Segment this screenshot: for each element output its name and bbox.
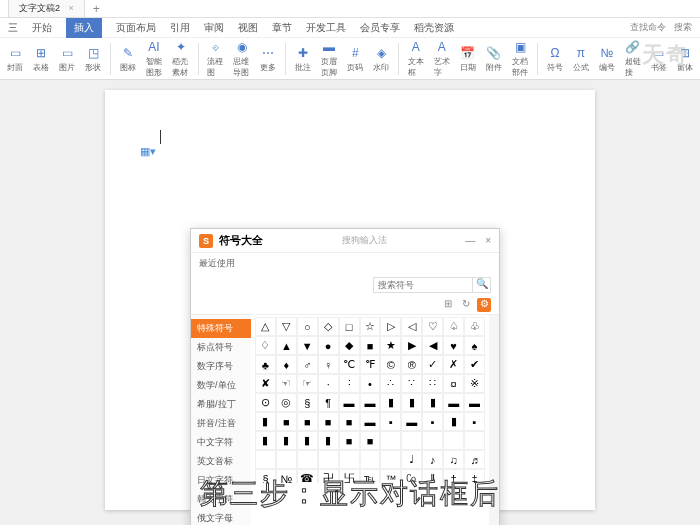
symbol-cell[interactable]: ▮ bbox=[401, 393, 422, 412]
symbol-cell[interactable]: ✔ bbox=[464, 355, 485, 374]
symbol-cell[interactable] bbox=[401, 431, 422, 450]
symbol-cell[interactable]: ● bbox=[318, 336, 339, 355]
menu-item[interactable]: 插入 bbox=[66, 18, 102, 38]
ribbon-item[interactable]: ⟐流程图 bbox=[204, 38, 226, 79]
symbol-cell[interactable] bbox=[360, 450, 381, 469]
category-item[interactable]: 特殊符号 bbox=[191, 319, 251, 338]
symbol-cell[interactable]: □ bbox=[339, 317, 360, 336]
symbol-cell[interactable]: ♦ bbox=[276, 355, 297, 374]
symbol-cell[interactable] bbox=[276, 450, 297, 469]
search-icon[interactable]: 🔍 bbox=[473, 277, 491, 293]
symbol-cell[interactable]: ∵ bbox=[401, 374, 422, 393]
symbol-cell[interactable]: ♂ bbox=[297, 355, 318, 374]
ribbon-item[interactable]: ◳形状 bbox=[82, 44, 104, 74]
symbol-cell[interactable]: ◆ bbox=[339, 336, 360, 355]
tab-add-icon[interactable]: + bbox=[93, 2, 100, 16]
symbol-cell[interactable]: ▮ bbox=[297, 431, 318, 450]
symbol-cell[interactable]: ♡ bbox=[422, 317, 443, 336]
symbol-cell[interactable]: ■ bbox=[360, 431, 381, 450]
symbol-cell[interactable]: ■ bbox=[276, 412, 297, 431]
symbol-cell[interactable]: ▽ bbox=[276, 317, 297, 336]
ribbon-item[interactable]: ◈水印 bbox=[370, 44, 392, 74]
symbol-cell[interactable]: ▪ bbox=[380, 412, 401, 431]
symbol-cell[interactable] bbox=[464, 431, 485, 450]
symbol-cell[interactable] bbox=[380, 450, 401, 469]
symbol-cell[interactable]: ▮ bbox=[276, 431, 297, 450]
symbol-cell[interactable]: ※ bbox=[464, 374, 485, 393]
symbol-cell[interactable]: ☞ bbox=[297, 374, 318, 393]
ribbon-item[interactable]: ▣文档部件 bbox=[509, 38, 532, 79]
ribbon-item[interactable]: 🔗超链接 bbox=[622, 38, 644, 79]
symbol-cell[interactable]: ■ bbox=[339, 431, 360, 450]
ribbon-item[interactable]: ✎图标 bbox=[117, 44, 139, 74]
ribbon-item[interactable]: №编号 bbox=[596, 44, 618, 74]
symbol-cell[interactable]: ☜ bbox=[276, 374, 297, 393]
symbol-cell[interactable]: ✘ bbox=[255, 374, 276, 393]
symbol-cell[interactable]: ♩ bbox=[401, 450, 422, 469]
symbol-cell[interactable]: ♬ bbox=[464, 450, 485, 469]
symbol-cell[interactable]: ▮ bbox=[255, 431, 276, 450]
ribbon-item[interactable]: 📎附件 bbox=[483, 44, 505, 74]
menu-item[interactable]: 页面布局 bbox=[116, 21, 156, 35]
symbol-cell[interactable]: ℉ bbox=[360, 355, 381, 374]
tab-close-icon[interactable]: × bbox=[69, 3, 74, 13]
menu-item[interactable]: 审阅 bbox=[204, 21, 224, 35]
ribbon-item[interactable]: A艺术字 bbox=[431, 38, 453, 79]
category-item[interactable]: 英文音标 bbox=[191, 452, 251, 471]
symbol-cell[interactable]: ▬ bbox=[401, 412, 422, 431]
symbol-cell[interactable]: ♢ bbox=[255, 336, 276, 355]
symbol-search-input[interactable] bbox=[373, 277, 473, 293]
symbol-cell[interactable]: ∷ bbox=[422, 374, 443, 393]
symbol-cell[interactable]: ◀ bbox=[422, 336, 443, 355]
symbol-cell[interactable]: ▪ bbox=[422, 412, 443, 431]
symbol-cell[interactable]: ▮ bbox=[380, 393, 401, 412]
category-item[interactable]: 中文字符 bbox=[191, 433, 251, 452]
symbol-cell[interactable]: ♪ bbox=[422, 450, 443, 469]
symbol-cell[interactable] bbox=[422, 431, 443, 450]
symbol-cell[interactable]: ▲ bbox=[276, 336, 297, 355]
symbol-cell[interactable]: • bbox=[360, 374, 381, 393]
symbol-cell[interactable]: ∴ bbox=[380, 374, 401, 393]
symbol-cell[interactable]: ✗ bbox=[443, 355, 464, 374]
symbol-cell[interactable]: ▼ bbox=[297, 336, 318, 355]
symbol-cell[interactable] bbox=[255, 450, 276, 469]
ribbon-item[interactable]: ⊞表格 bbox=[30, 44, 52, 74]
category-item[interactable]: 希腊/拉丁 bbox=[191, 395, 251, 414]
tool-icon[interactable]: ↻ bbox=[459, 298, 473, 312]
symbol-cell[interactable]: ▮ bbox=[255, 412, 276, 431]
symbol-cell[interactable]: ▮ bbox=[318, 431, 339, 450]
symbol-cell[interactable]: ▪ bbox=[464, 412, 485, 431]
symbol-cell[interactable]: ♧ bbox=[464, 317, 485, 336]
menu-item[interactable]: 开始 bbox=[32, 21, 52, 35]
ribbon-item[interactable]: 📅日期 bbox=[457, 44, 479, 74]
symbol-cell[interactable]: ■ bbox=[297, 412, 318, 431]
menu-item[interactable]: 会员专享 bbox=[360, 21, 400, 35]
menu-item[interactable]: 引用 bbox=[170, 21, 190, 35]
symbol-cell[interactable] bbox=[318, 450, 339, 469]
symbol-cell[interactable]: ♠ bbox=[464, 336, 485, 355]
ribbon-item[interactable]: ✚批注 bbox=[292, 44, 314, 74]
category-item[interactable]: 标点符号 bbox=[191, 338, 251, 357]
symbol-cell[interactable]: ▬ bbox=[339, 393, 360, 412]
ribbon-item[interactable]: ▭书签 bbox=[648, 44, 670, 74]
symbol-cell[interactable] bbox=[443, 431, 464, 450]
symbol-cell[interactable]: ♥ bbox=[443, 336, 464, 355]
symbol-cell[interactable]: ♤ bbox=[443, 317, 464, 336]
symbol-cell[interactable]: ▶ bbox=[401, 336, 422, 355]
menu-item[interactable]: 视图 bbox=[238, 21, 258, 35]
symbol-cell[interactable]: ■ bbox=[318, 412, 339, 431]
ribbon-item[interactable]: ◉思维导图 bbox=[230, 38, 253, 79]
category-item[interactable]: 数字序号 bbox=[191, 357, 251, 376]
symbol-cell[interactable]: ∶ bbox=[339, 374, 360, 393]
symbol-cell[interactable]: © bbox=[380, 355, 401, 374]
ribbon-item[interactable]: π公式 bbox=[570, 44, 592, 74]
symbol-cell[interactable]: ♣ bbox=[255, 355, 276, 374]
ribbon-item[interactable]: ⊞窗体 bbox=[674, 44, 696, 74]
ribbon-item[interactable]: AI智能图形 bbox=[143, 38, 166, 79]
symbol-cell[interactable]: ○ bbox=[297, 317, 318, 336]
ribbon-item[interactable]: ▬页眉页脚 bbox=[318, 38, 341, 79]
symbol-cell[interactable]: ¤ bbox=[443, 374, 464, 393]
category-item[interactable]: 数学/单位 bbox=[191, 376, 251, 395]
dialog-close-icon[interactable]: × bbox=[485, 235, 491, 246]
ribbon-item[interactable]: ⋯更多 bbox=[257, 44, 279, 74]
